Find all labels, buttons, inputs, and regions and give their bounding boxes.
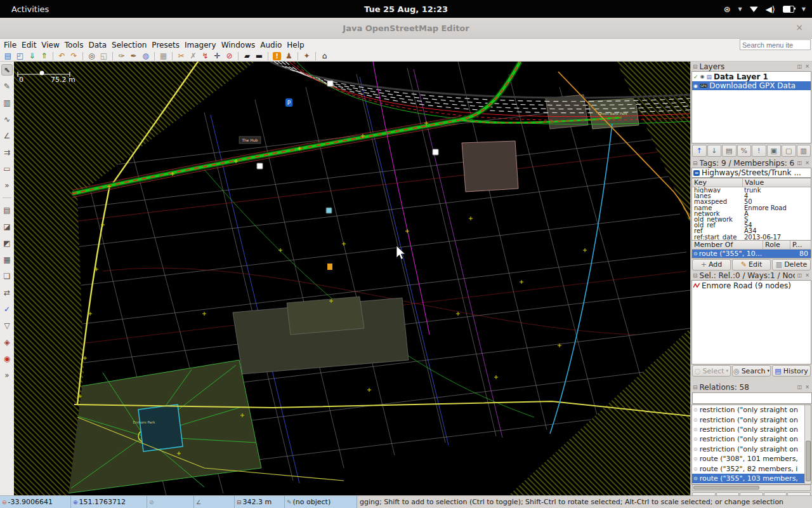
delete-tool-button[interactable]: ▥ <box>1 97 13 109</box>
angle-snap-tool-button[interactable]: ∠ <box>1 130 13 142</box>
layer-row-data-layer[interactable]: ✓ ◉ ▤ Data Layer 1 <box>692 72 811 81</box>
draw-tool-b-button[interactable]: ✒ <box>128 51 139 61</box>
warning-preset-button[interactable]: ! <box>273 52 281 60</box>
tags-collapse-icon[interactable]: ⊟ <box>693 160 698 166</box>
layer-visibility-eye-icon[interactable]: ◉ <box>693 83 698 89</box>
layers-pin-button[interactable]: ◫ <box>797 64 802 69</box>
tags-close-button[interactable]: × <box>804 160 810 166</box>
merge-layer-button[interactable]: ▤ <box>722 145 737 157</box>
relations-close-button[interactable]: × <box>804 384 810 390</box>
accessibility-icon[interactable]: ⊛ <box>724 4 731 14</box>
relation-row[interactable]: ⊙restriction ("only straight on <box>692 415 811 424</box>
tag-value-header[interactable]: Value <box>743 178 811 187</box>
selection-collapse-icon[interactable]: ⊟ <box>693 272 698 279</box>
parallel-way-tool-button[interactable]: ⇉ <box>1 147 13 158</box>
more-panels-button[interactable]: » <box>1 370 13 381</box>
layer-visibility-eye-icon[interactable]: ◉ <box>700 74 705 79</box>
improve-way-tool-button[interactable]: ∿ <box>1 114 13 125</box>
open-location-button[interactable]: ◍ <box>140 51 151 61</box>
open-file-button[interactable]: ▤ <box>3 51 13 61</box>
layer-opacity-button[interactable]: % <box>737 145 752 157</box>
relations-pin-button[interactable]: ◫ <box>797 384 802 390</box>
no-entry-button[interactable]: ⊘ <box>224 51 235 61</box>
map-canvas[interactable]: P The Hub Green Bank Park Enmore Park 0 … <box>14 62 690 495</box>
tag-key-header[interactable]: Key <box>692 178 743 187</box>
add-tag-button[interactable]: +Add <box>692 259 731 271</box>
draw-tool-button[interactable]: ✎ <box>1 81 13 92</box>
battery-icon[interactable] <box>783 6 794 13</box>
menu-view[interactable]: View <box>39 40 62 50</box>
tags-pin-button[interactable]: ◫ <box>797 160 802 166</box>
layers-close-button[interactable]: × <box>804 64 810 69</box>
duplicate-layer-button[interactable]: ▣ <box>767 145 782 157</box>
toggle-layers-button[interactable]: ▤ <box>1 204 13 216</box>
clock[interactable]: Tue 25 Aug, 12:23 <box>0 4 812 14</box>
relation-row[interactable]: ⊙restriction ("only straight on <box>692 434 811 444</box>
extrude-tool-button[interactable]: ▭ <box>1 163 13 175</box>
selection-search-button[interactable]: ◎Search▾ <box>732 365 771 377</box>
layer-active-check-icon[interactable]: ✓ <box>693 74 698 80</box>
validator-button[interactable]: ✓ <box>1 304 13 315</box>
edit-tag-button[interactable]: ✎Edit <box>732 259 771 271</box>
selection-close-button[interactable]: × <box>804 272 810 278</box>
more-tools-button[interactable]: » <box>1 180 13 191</box>
pedestrian-preset-button[interactable]: ♟ <box>284 51 294 61</box>
move-node-button[interactable]: ✛ <box>212 51 223 61</box>
relation-row-selected[interactable]: ⊙route ("355", 103 members, <box>692 474 811 483</box>
relations-filter-input[interactable] <box>692 392 812 404</box>
undo-button[interactable]: ↶ <box>56 51 67 61</box>
menu-search-input[interactable] <box>740 39 811 50</box>
redo-button[interactable]: ↷ <box>69 51 79 61</box>
save-button[interactable]: ◰ <box>15 51 25 61</box>
relation-row[interactable]: ⊙route ("308", 101 members, <box>692 454 811 464</box>
menu-help[interactable]: Help <box>284 40 306 50</box>
selection-select-button[interactable]: ◌Select▾ <box>692 365 731 377</box>
menu-selection[interactable]: Selection <box>109 40 149 50</box>
preferences-button[interactable]: ◱ <box>98 51 109 61</box>
selection-pin-button[interactable]: ◫ <box>797 272 802 278</box>
toggle-tags-button[interactable]: ◪ <box>1 221 13 232</box>
select-tool-button[interactable]: ⬉ <box>1 64 13 76</box>
relation-row[interactable]: ⊙restriction ("only straight on <box>692 444 811 454</box>
menu-tools[interactable]: Tools <box>62 40 86 50</box>
relations-hscrollbar[interactable] <box>692 485 811 491</box>
window-title-bar[interactable]: Java OpenStreetMap Editor <box>0 18 812 39</box>
menu-windows[interactable]: Windows <box>219 40 258 50</box>
menu-data[interactable]: Data <box>86 40 109 50</box>
preset-link[interactable]: ≡ Highways/Streets/Trunk ... <box>691 168 811 178</box>
tnt-preset-button[interactable]: ✦ <box>301 51 312 61</box>
layer-row-gpx[interactable]: ◉ GPX Downloaded GPX Data <box>692 81 811 90</box>
toggle-properties-button[interactable]: ❏ <box>1 271 13 282</box>
car-preset-button[interactable]: ▰ <box>242 51 252 61</box>
menu-presets[interactable]: Presets <box>149 40 182 50</box>
volume-icon[interactable]: ◀⟩ <box>766 4 775 14</box>
menu-edit[interactable]: Edit <box>19 40 39 50</box>
new-layer-button[interactable]: ▢ <box>782 145 796 157</box>
wifi-icon[interactable] <box>750 6 758 12</box>
building-preset-button[interactable]: ⌂ <box>319 51 330 61</box>
changeset-button[interactable]: ◈ <box>1 337 13 348</box>
download-data-button[interactable]: ⇓ <box>27 51 37 61</box>
selection-item-row[interactable]: Enmore Road (9 nodes) <box>692 281 811 290</box>
menu-audio[interactable]: Audio <box>258 40 284 50</box>
upload-data-button[interactable]: ⇑ <box>39 51 49 61</box>
bus-preset-button[interactable]: ▬ <box>254 51 265 61</box>
move-layer-down-button[interactable]: ↓ <box>707 145 722 157</box>
toggle-relations-button[interactable]: ▦ <box>1 254 13 265</box>
system-menu-caret-icon[interactable]: ▼ <box>802 6 806 12</box>
selection-history-button[interactable]: ▤History <box>772 365 811 377</box>
relations-scrollbar[interactable] <box>804 405 811 484</box>
relations-collapse-icon[interactable]: ⊟ <box>693 384 698 391</box>
window-close-button[interactable]: × <box>796 23 803 32</box>
layers-collapse-icon[interactable]: ⊟ <box>693 64 698 70</box>
wireframe-view-button[interactable]: ▦ <box>158 51 169 61</box>
filter-button[interactable]: ▽ <box>1 320 13 331</box>
zoom-to-selection-button[interactable]: ◎ <box>86 51 97 61</box>
reverse-way-button[interactable]: ↯ <box>200 51 211 61</box>
menu-imagery[interactable]: Imagery <box>182 40 219 50</box>
relation-row[interactable]: ⊙restriction ("only straight on <box>692 425 811 434</box>
split-way-button[interactable]: ✂ <box>176 51 187 61</box>
move-layer-up-button[interactable]: ↑ <box>692 145 707 157</box>
membership-row[interactable]: ⊙ route ("355", 10... 80 <box>691 250 811 258</box>
layer-visibility-button[interactable]: ! <box>752 145 766 157</box>
